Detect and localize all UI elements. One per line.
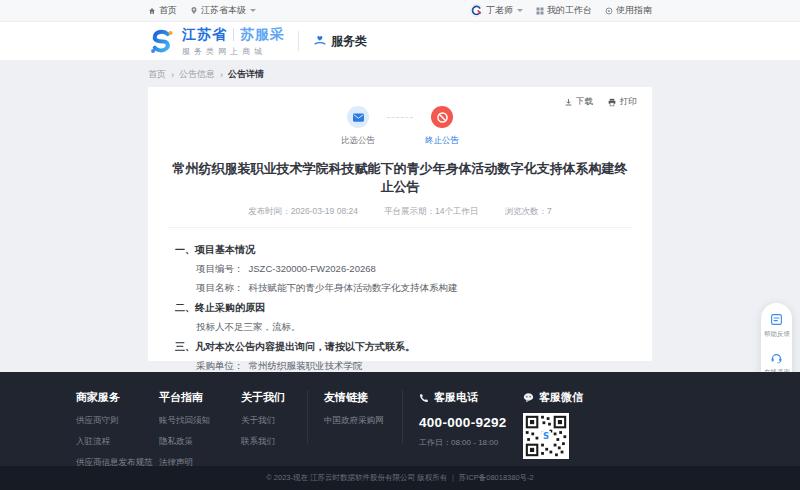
service-phone-hours: 工作日：08:00 - 18:00 [419,437,523,448]
footer-link[interactable]: 入驻流程 [76,436,159,448]
breadcrumb-separator: › [220,70,223,80]
breadcrumb-separator: › [171,70,174,80]
print-button-label: 打印 [620,96,637,108]
field-termination-reason: 投标人不足三家，流标。 [196,321,625,334]
download-button-label: 下载 [576,96,593,108]
footer-link[interactable]: 账号找回须知 [159,415,241,427]
logo-text: 江苏省 苏服采 服务类网上商城 [182,26,285,57]
section-heading: 二、终止采购的原因 [175,301,625,315]
brand-s-mark-icon [148,28,175,55]
display-period: 平台展示期：14个工作日 [384,206,478,218]
notice-card: 下载 打印 比选公告 终止公告 常州纺织服装职业技术学院科技赋能 [148,87,652,361]
footer-col-platform-guide: 平台指南 账号找回须知 隐私政策 法律声明 [159,390,241,478]
top-utility-bar: 首页 江苏省本级 丁老师 我的工作台 [0,0,800,22]
footer-link[interactable]: 联系我们 [241,436,307,448]
print-button[interactable]: 打印 [607,96,637,108]
copyright-bar: © 2023-现在 江苏云时数据软件股份有限公司 版权所有 ｜ 苏ICP备080… [0,466,800,490]
step-selection-notice[interactable]: 比选公告 [329,106,387,147]
step-termination-notice[interactable]: 终止公告 [413,106,471,147]
guide-link[interactable]: 使用指南 [605,4,652,17]
breadcrumb: 首页 › 公告信息 › 公告详情 [0,60,800,87]
region-selector[interactable]: 江苏省本级 [190,4,256,17]
section-heading: 三、凡对本次公告内容提出询问，请按以下方式联系。 [175,340,625,354]
feedback-button-label: 帮助反馈 [764,329,790,338]
feedback-form-icon [770,313,783,326]
svg-text:S: S [543,431,549,441]
avatar [470,4,483,17]
chevron-down-icon [517,9,523,12]
topbar-right: 丁老师 我的工作台 使用指南 [470,4,652,17]
notice-title: 常州纺织服装职业技术学院科技赋能下的青少年身体活动数字化支持体系构建终止公告 [168,160,632,196]
user-name: 丁老师 [486,4,513,17]
breadcrumb-home[interactable]: 首页 [148,68,166,81]
wechat-title: 客服微信 [539,390,583,405]
step-connector [387,117,413,118]
footer-link[interactable]: 隐私政策 [159,436,241,448]
view-count: 浏览次数：7 [504,206,551,218]
footer-service-phone: 客服电话 400-000-9292 工作日：08:00 - 18:00 [419,390,523,478]
section-heading: 一、项目基本情况 [175,243,625,257]
publish-time: 发布时间：2026-03-19 08:24 [248,206,358,218]
logo-brand: 苏服采 [240,26,285,44]
home-link[interactable]: 首页 [148,4,177,17]
service-phone-title: 客服电话 [434,390,478,405]
guide-link-label: 使用指南 [616,4,652,17]
logo-province: 江苏省 [182,26,227,44]
home-icon [148,7,156,15]
step-label: 比选公告 [341,135,375,147]
step-label: 终止公告 [425,135,459,147]
site-header: 江苏省 苏服采 服务类网上商城 服务类 [0,22,800,60]
print-icon [607,98,617,107]
download-icon [564,98,573,107]
location-pin-icon [190,6,198,15]
prohibition-icon [436,111,449,124]
footer-divider [307,390,308,444]
wechat-qr-code[interactable]: S [523,413,569,459]
breadcrumb-current: 公告详情 [228,68,264,81]
logo-subtitle: 服务类网上商城 [182,46,285,57]
phone-icon [419,393,429,403]
topbar-left: 首页 江苏省本级 [148,4,256,17]
logo-divider [233,28,234,41]
footer-divider [402,390,403,444]
category-badge[interactable]: 服务类 [312,33,367,50]
site-logo[interactable]: 江苏省 苏服采 服务类网上商城 [148,26,285,57]
service-phone-number: 400-000-9292 [419,415,523,430]
region-selector-label: 江苏省本级 [201,4,246,17]
footer-link[interactable]: 中国政府采购网 [324,415,402,427]
footer-wechat: 客服微信 [523,390,583,478]
footer-link[interactable]: 关于我们 [241,415,307,427]
copyright-text: © 2023-现在 江苏云时数据软件股份有限公司 版权所有 ｜ 苏ICP备080… [266,473,534,483]
breadcrumb-notices[interactable]: 公告信息 [179,68,215,81]
workbench-link[interactable]: 我的工作台 [536,4,592,17]
notice-steps: 比选公告 终止公告 [168,106,632,147]
footer-col-friend-links: 友情链接 中国政府采购网 [324,390,402,478]
field-project-number: 项目编号：JSZC-320000-FW2026-20268 [196,263,625,276]
site-footer: 商家服务 供应商守则 入驻流程 供应商信息发布规范 平台指南 账号找回须知 隐私… [0,372,800,466]
envelope-icon [353,113,364,122]
footer-col-about-us: 关于我们 关于我们 联系我们 [241,390,307,478]
grid-icon [536,7,544,15]
wechat-icon [523,393,534,403]
category-badge-label: 服务类 [331,33,367,50]
notice-meta: 发布时间：2026-03-19 08:24 平台展示期：14个工作日 浏览次数：… [168,206,632,228]
workbench-link-label: 我的工作台 [547,4,592,17]
feedback-button[interactable]: 帮助反馈 [763,313,791,339]
page: 首页 江苏省本级 丁老师 我的工作台 [0,0,800,361]
headset-icon [770,351,783,364]
header-divider [298,31,299,51]
download-button[interactable]: 下载 [564,96,593,108]
footer-col-merchant-services: 商家服务 供应商守则 入驻流程 供应商信息发布规范 [76,390,159,478]
footer-link[interactable]: 供应商守则 [76,415,159,427]
guide-icon [605,7,613,15]
card-actions: 下载 打印 [564,96,637,108]
field-project-name: 项目名称：科技赋能下的青少年身体活动数字化支持体系构建 [196,282,625,295]
chevron-down-icon [250,9,256,12]
hand-heart-icon [312,34,327,48]
home-link-label: 首页 [159,4,177,17]
user-menu[interactable]: 丁老师 [470,4,523,17]
